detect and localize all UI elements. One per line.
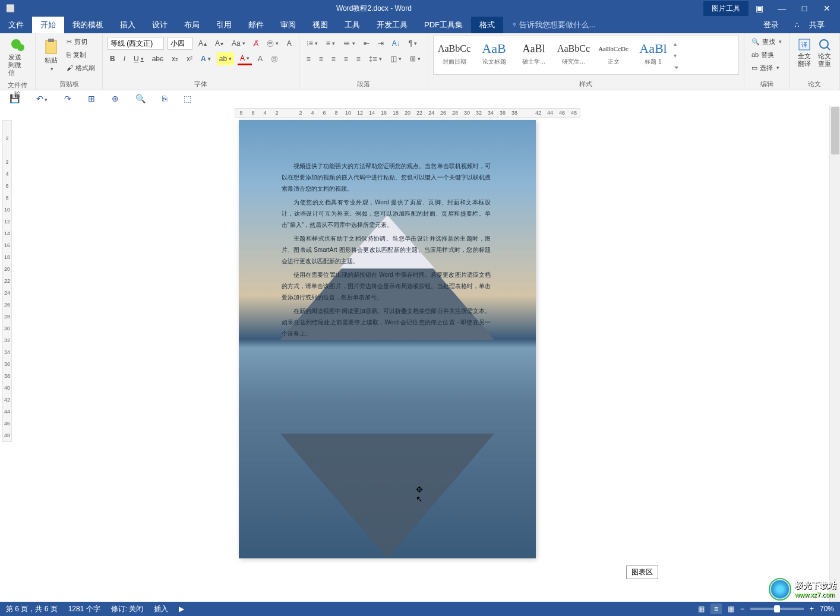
align-center-button[interactable]: ≡	[317, 52, 326, 65]
style-cover-date[interactable]: AaBbCc封面日期	[435, 37, 474, 73]
paste-button[interactable]: 粘贴▾	[40, 36, 62, 74]
text-effects-button[interactable]: A▾	[198, 52, 213, 65]
font-color-button[interactable]: A▾	[238, 52, 252, 65]
styles-up-icon[interactable]: ▴	[674, 40, 683, 47]
tab-format[interactable]: 格式	[471, 17, 503, 33]
tab-layout[interactable]: 布局	[176, 17, 208, 33]
zoom-out-button[interactable]: −	[740, 605, 744, 613]
find-button[interactable]: 🔍查找▾	[749, 36, 784, 48]
tab-home[interactable]: 开始	[32, 17, 64, 33]
style-heading1[interactable]: AaBl标题 1	[634, 37, 673, 73]
vertical-ruler[interactable]: 2246810121416182022242628303234363840424…	[2, 120, 12, 442]
tab-view[interactable]: 视图	[304, 17, 336, 33]
horizontal-ruler[interactable]: 8642246810121416182022242628303234363842…	[235, 108, 580, 118]
qat-icon-1[interactable]: ⊞	[88, 94, 95, 103]
numbering-button[interactable]: ≡▾	[324, 37, 337, 50]
tab-tools[interactable]: 工具	[336, 17, 368, 33]
phonetic-button[interactable]: ㊥▾	[264, 37, 281, 50]
shading-button[interactable]: ◫▾	[388, 52, 404, 65]
tab-references[interactable]: 引用	[208, 17, 240, 33]
shrink-font-button[interactable]: A▾	[213, 37, 226, 50]
zoom-in-button[interactable]: +	[810, 605, 814, 613]
document-page[interactable]: 视频提供了功能强大的方法帮助您证明您的观点。当您单击联机视频时，可以在想要添加的…	[239, 120, 536, 558]
scrollbar-thumb[interactable]	[831, 107, 839, 154]
track-changes-status[interactable]: 修订: 关闭	[111, 604, 144, 614]
justify-button[interactable]: ≡	[342, 52, 350, 65]
enclose-char-button[interactable]: ㊐	[269, 52, 280, 65]
char-shading-button[interactable]: A	[255, 52, 265, 65]
style-master[interactable]: AaBl硕士学...	[514, 37, 554, 73]
translate-button[interactable]: 译 全文 翻译	[794, 36, 814, 70]
align-right-button[interactable]: ≡	[329, 52, 338, 65]
highlight-button[interactable]: ab▾	[217, 52, 234, 65]
underline-button[interactable]: U▾	[131, 52, 146, 65]
align-left-button[interactable]: ≡	[304, 52, 313, 65]
multilevel-button[interactable]: ⩸▾	[341, 37, 358, 50]
style-researcher[interactable]: AaBbCc研究生...	[554, 37, 593, 73]
change-case-button[interactable]: Aa▾	[229, 37, 248, 50]
strikethrough-button[interactable]: abc	[150, 52, 166, 65]
zoom-slider[interactable]	[750, 608, 804, 610]
format-painter-button[interactable]: 🖌格式刷	[64, 62, 97, 74]
increase-indent-button[interactable]: ⇥	[375, 37, 386, 50]
maximize-icon[interactable]: □	[794, 4, 815, 13]
style-thesis-title[interactable]: AaB论文标题	[475, 37, 514, 73]
qat-icon-3[interactable]: 🔍	[135, 94, 146, 103]
qat-icon-5[interactable]: ⬚	[184, 94, 191, 103]
styles-down-icon[interactable]: ▾	[674, 52, 683, 59]
qat-icon-2[interactable]: ⊕	[112, 94, 119, 103]
tab-design[interactable]: 设计	[144, 17, 176, 33]
tab-review[interactable]: 审阅	[272, 17, 304, 33]
subscript-button[interactable]: x₂	[169, 52, 181, 65]
login-button[interactable]: 登录	[757, 17, 785, 33]
print-layout-icon[interactable]: ≡	[710, 604, 722, 614]
word-count[interactable]: 1281 个字	[68, 604, 100, 614]
superscript-button[interactable]: x²	[184, 52, 195, 65]
bullets-button[interactable]: ⁝≡▾	[304, 37, 320, 50]
undo-button[interactable]: ↶▾	[36, 94, 48, 103]
tab-mail[interactable]: 邮件	[240, 17, 272, 33]
styles-gallery[interactable]: AaBbCc封面日期 AaB论文标题 AaBl硕士学... AaBbCc研究生.…	[433, 36, 740, 75]
tab-pdf[interactable]: PDF工具集	[416, 17, 471, 33]
insert-mode[interactable]: 插入	[154, 604, 168, 614]
plagiarism-check-button[interactable]: 论文 查重	[814, 36, 835, 70]
web-layout-icon[interactable]: ▦	[728, 605, 734, 613]
close-icon[interactable]: ✕	[816, 4, 838, 13]
styles-more-icon[interactable]: ⏷	[674, 64, 683, 71]
italic-button[interactable]: I	[121, 52, 128, 65]
tab-developer[interactable]: 开发工具	[368, 17, 416, 33]
style-normal[interactable]: AaBbCcDc正文	[594, 37, 633, 73]
clear-format-button[interactable]: A̸	[251, 37, 261, 50]
tell-me-hint[interactable]: ♀ 告诉我您想要做什么...	[503, 17, 757, 33]
tab-file[interactable]: 文件	[0, 17, 32, 33]
distribute-button[interactable]: ≡	[354, 52, 363, 65]
read-mode-icon[interactable]: ▦	[698, 605, 705, 613]
zoom-level[interactable]: 70%	[820, 605, 834, 613]
vertical-scrollbar[interactable]	[829, 106, 840, 602]
font-size-combo[interactable]	[168, 37, 192, 50]
grow-font-button[interactable]: A▴	[196, 37, 209, 50]
line-spacing-button[interactable]: ‡≡▾	[367, 52, 384, 65]
bold-button[interactable]: B	[108, 52, 118, 65]
sort-button[interactable]: A↓	[390, 37, 403, 50]
qat-icon-4[interactable]: ⎘	[162, 94, 167, 103]
tab-insert[interactable]: 插入	[112, 17, 144, 33]
minimize-icon[interactable]: —	[771, 4, 792, 13]
select-button[interactable]: ▭选择▾	[749, 62, 784, 74]
char-border-button[interactable]: A	[285, 37, 294, 50]
quick-save-icon[interactable]: ⬜	[6, 4, 15, 12]
borders-button[interactable]: ⊞▾	[408, 52, 423, 65]
copy-button[interactable]: ⎘复制	[64, 49, 97, 61]
cut-button[interactable]: ✂剪切	[64, 36, 97, 48]
send-wechat-button[interactable]: 发送 到微信	[5, 36, 30, 80]
tab-mytemplate[interactable]: 我的模板	[64, 17, 112, 33]
decrease-indent-button[interactable]: ⇤	[361, 37, 372, 50]
share-button[interactable]: ⛬ 共享	[787, 17, 836, 33]
redo-button[interactable]: ↷	[64, 94, 71, 103]
replace-button[interactable]: ab替换	[749, 49, 784, 61]
page-count[interactable]: 第 6 页，共 6 页	[6, 604, 58, 614]
show-marks-button[interactable]: ¶▾	[406, 37, 419, 50]
font-name-combo[interactable]	[108, 37, 164, 50]
ribbon-options-icon[interactable]: ▣	[749, 4, 770, 13]
macro-icon[interactable]: ▶	[179, 605, 184, 613]
